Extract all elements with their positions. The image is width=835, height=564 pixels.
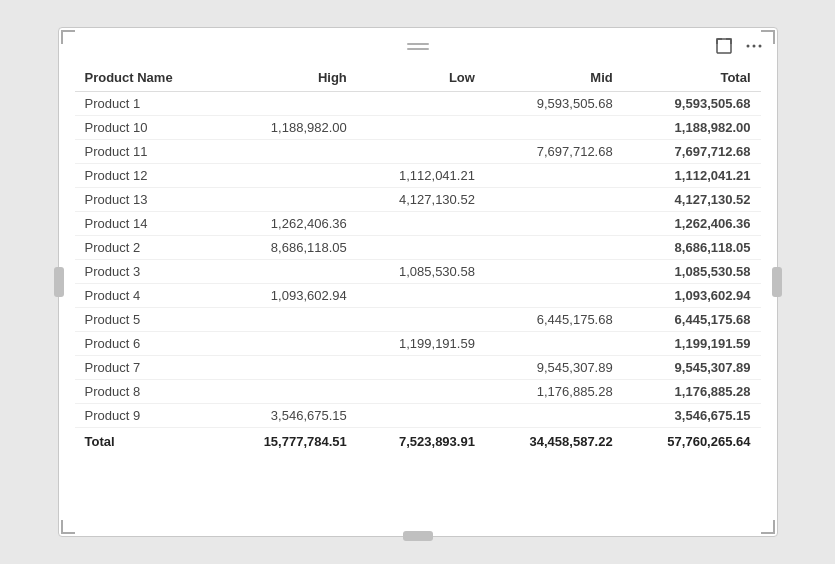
cell-mid: 9,545,307.89 bbox=[485, 356, 623, 380]
cell-low bbox=[357, 140, 485, 164]
cell-mid: 9,593,505.68 bbox=[485, 92, 623, 116]
table-row: Product 141,262,406.361,262,406.36 bbox=[75, 212, 761, 236]
table-row: Product 121,112,041.211,112,041.21 bbox=[75, 164, 761, 188]
cell-mid bbox=[485, 164, 623, 188]
cell-low: 1,112,041.21 bbox=[357, 164, 485, 188]
cell-high bbox=[219, 380, 357, 404]
cell-high bbox=[219, 164, 357, 188]
cell-high: 1,262,406.36 bbox=[219, 212, 357, 236]
cell-total: 1,176,885.28 bbox=[623, 380, 761, 404]
cell-low: 4,127,130.52 bbox=[357, 188, 485, 212]
resize-handle-right[interactable] bbox=[772, 267, 782, 297]
cell-low bbox=[357, 116, 485, 140]
cell-name: Product 2 bbox=[75, 236, 219, 260]
cell-name: Product 10 bbox=[75, 116, 219, 140]
totals-cell-label: Total bbox=[75, 428, 219, 454]
cell-total: 1,085,530.58 bbox=[623, 260, 761, 284]
cell-total: 1,188,982.00 bbox=[623, 116, 761, 140]
cell-total: 1,262,406.36 bbox=[623, 212, 761, 236]
cell-high: 1,093,602.94 bbox=[219, 284, 357, 308]
corner-resize-br[interactable] bbox=[761, 520, 775, 534]
cell-total: 7,697,712.68 bbox=[623, 140, 761, 164]
cell-high: 8,686,118.05 bbox=[219, 236, 357, 260]
table-header-row: Product Name High Low Mid Total bbox=[75, 64, 761, 92]
cell-total: 1,112,041.21 bbox=[623, 164, 761, 188]
cell-total: 8,686,118.05 bbox=[623, 236, 761, 260]
cell-low bbox=[357, 236, 485, 260]
more-options-icon[interactable] bbox=[743, 35, 765, 57]
table-row: Product 134,127,130.524,127,130.52 bbox=[75, 188, 761, 212]
cell-low: 1,199,191.59 bbox=[357, 332, 485, 356]
cell-total: 9,593,505.68 bbox=[623, 92, 761, 116]
cell-mid bbox=[485, 284, 623, 308]
cell-low bbox=[357, 356, 485, 380]
table-row: Product 56,445,175.686,445,175.68 bbox=[75, 308, 761, 332]
svg-point-3 bbox=[758, 45, 761, 48]
cell-mid bbox=[485, 332, 623, 356]
resize-handle-left[interactable] bbox=[54, 267, 64, 297]
cell-name: Product 12 bbox=[75, 164, 219, 188]
cell-low bbox=[357, 92, 485, 116]
cell-total: 1,199,191.59 bbox=[623, 332, 761, 356]
cell-name: Product 13 bbox=[75, 188, 219, 212]
cell-name: Product 1 bbox=[75, 92, 219, 116]
cell-total: 6,445,175.68 bbox=[623, 308, 761, 332]
col-header-product-name: Product Name bbox=[75, 64, 219, 92]
table-row: Product 61,199,191.591,199,191.59 bbox=[75, 332, 761, 356]
table-row: Product 93,546,675.153,546,675.15 bbox=[75, 404, 761, 428]
cell-high bbox=[219, 308, 357, 332]
totals-cell-mid: 34,458,587.22 bbox=[485, 428, 623, 454]
cell-name: Product 5 bbox=[75, 308, 219, 332]
resize-handle-bottom[interactable] bbox=[403, 531, 433, 541]
header-icons bbox=[713, 35, 765, 57]
svg-point-1 bbox=[746, 45, 749, 48]
cell-mid bbox=[485, 116, 623, 140]
col-header-mid: Mid bbox=[485, 64, 623, 92]
cell-mid bbox=[485, 188, 623, 212]
cell-name: Product 4 bbox=[75, 284, 219, 308]
table-row: Product 28,686,118.058,686,118.05 bbox=[75, 236, 761, 260]
cell-mid: 1,176,885.28 bbox=[485, 380, 623, 404]
data-table: Product Name High Low Mid Total Product … bbox=[75, 64, 761, 453]
cell-mid bbox=[485, 404, 623, 428]
cell-high bbox=[219, 140, 357, 164]
corner-resize-bl[interactable] bbox=[61, 520, 75, 534]
svg-point-2 bbox=[752, 45, 755, 48]
cell-name: Product 8 bbox=[75, 380, 219, 404]
cell-low bbox=[357, 284, 485, 308]
table-row: Product 31,085,530.581,085,530.58 bbox=[75, 260, 761, 284]
col-header-low: Low bbox=[357, 64, 485, 92]
cell-low bbox=[357, 212, 485, 236]
widget-panel: Product Name High Low Mid Total Product … bbox=[58, 27, 778, 537]
totals-cell-low: 7,523,893.91 bbox=[357, 428, 485, 454]
cell-high bbox=[219, 332, 357, 356]
table-row: Product 81,176,885.281,176,885.28 bbox=[75, 380, 761, 404]
cell-mid bbox=[485, 212, 623, 236]
cell-name: Product 9 bbox=[75, 404, 219, 428]
cell-high bbox=[219, 260, 357, 284]
cell-high bbox=[219, 92, 357, 116]
cell-mid: 7,697,712.68 bbox=[485, 140, 623, 164]
cell-mid: 6,445,175.68 bbox=[485, 308, 623, 332]
cell-mid bbox=[485, 260, 623, 284]
cell-name: Product 11 bbox=[75, 140, 219, 164]
cell-name: Product 14 bbox=[75, 212, 219, 236]
cell-mid bbox=[485, 236, 623, 260]
widget-header bbox=[59, 28, 777, 64]
svg-rect-0 bbox=[717, 39, 731, 53]
totals-row: Total15,777,784.517,523,893.9134,458,587… bbox=[75, 428, 761, 454]
cell-name: Product 6 bbox=[75, 332, 219, 356]
table-row: Product 117,697,712.687,697,712.68 bbox=[75, 140, 761, 164]
cell-low: 1,085,530.58 bbox=[357, 260, 485, 284]
cell-name: Product 3 bbox=[75, 260, 219, 284]
cell-high bbox=[219, 188, 357, 212]
table-row: Product 41,093,602.941,093,602.94 bbox=[75, 284, 761, 308]
totals-cell-total: 57,760,265.64 bbox=[623, 428, 761, 454]
cell-name: Product 7 bbox=[75, 356, 219, 380]
cell-total: 3,546,675.15 bbox=[623, 404, 761, 428]
table-wrapper: Product Name High Low Mid Total Product … bbox=[59, 64, 777, 536]
drag-handle[interactable] bbox=[407, 43, 429, 50]
expand-icon[interactable] bbox=[713, 35, 735, 57]
col-header-high: High bbox=[219, 64, 357, 92]
cell-low bbox=[357, 404, 485, 428]
